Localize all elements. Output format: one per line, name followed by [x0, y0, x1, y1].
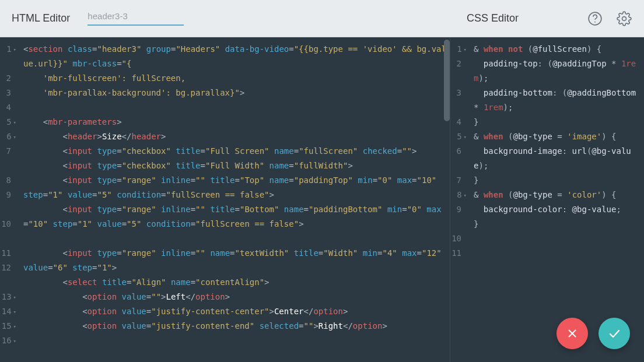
toolbar-left: HTML Editor header3-3: [12, 11, 467, 26]
html-code[interactable]: <section class="header3" group="Headers"…: [20, 37, 450, 362]
html-gutter: 12345678910111213141516: [0, 37, 20, 362]
html-editor[interactable]: 12345678910111213141516 <section class="…: [0, 37, 450, 362]
toolbar-right: CSS Editor: [467, 10, 632, 27]
css-editor-title: CSS Editor: [467, 12, 519, 24]
confirm-button[interactable]: [598, 318, 630, 349]
gear-icon[interactable]: [616, 10, 632, 27]
scrollbar-vertical[interactable]: [444, 40, 450, 121]
html-editor-title: HTML Editor: [12, 12, 70, 24]
help-icon[interactable]: [587, 10, 603, 27]
toolbar: HTML Editor header3-3 CSS Editor: [0, 0, 644, 37]
editor-split: 12345678910111213141516 <section class="…: [0, 37, 644, 362]
svg-point-2: [622, 16, 626, 20]
cancel-button[interactable]: [556, 318, 588, 349]
filename-input[interactable]: header3-3: [88, 11, 184, 26]
css-code[interactable]: & when not (@fullScreen) { padding-top: …: [470, 37, 644, 362]
action-buttons: [556, 318, 630, 349]
svg-point-1: [594, 21, 596, 22]
css-editor[interactable]: 1234567891011 & when not (@fullScreen) {…: [450, 37, 644, 362]
css-gutter: 1234567891011: [450, 37, 470, 362]
